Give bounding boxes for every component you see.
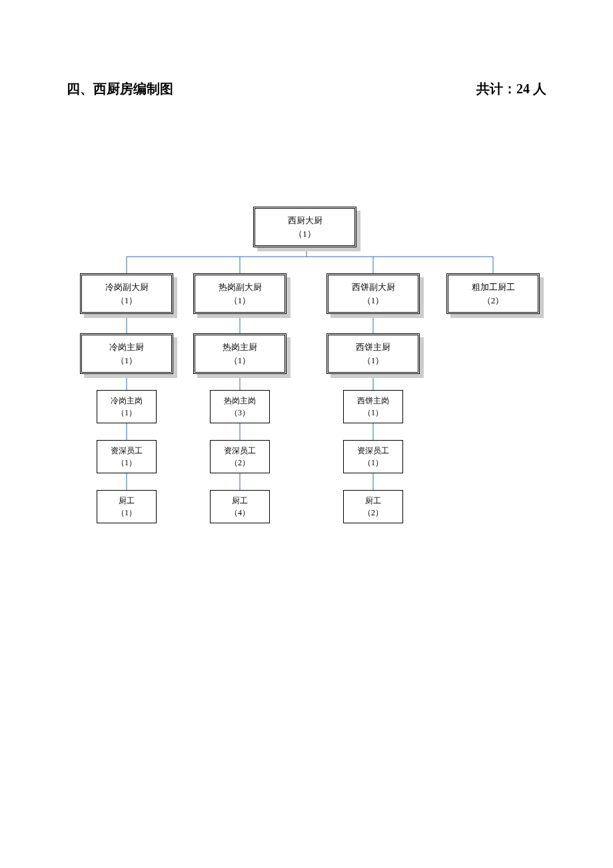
node-count: （1） xyxy=(198,354,282,367)
node-title: 冷岗副大厨 xyxy=(85,281,169,294)
node-count: （2） xyxy=(346,507,400,519)
node-title: 西饼主岗 xyxy=(346,395,400,407)
node-title: 西饼主厨 xyxy=(331,341,415,354)
page-title: 四、西厨房编制图 xyxy=(67,80,173,98)
node-deputy-1: 冷岗副大厨 （1） xyxy=(80,273,173,314)
node-cook-2: 厨工 （4） xyxy=(210,490,270,523)
node-count: （1） xyxy=(346,407,400,419)
node-head-2: 热岗主厨 （1） xyxy=(193,333,287,374)
node-cook-3: 厨工 （2） xyxy=(343,490,403,523)
page-total: 共计：24 人 xyxy=(476,80,546,98)
node-count: （1） xyxy=(100,407,153,419)
node-deputy-4: 粗加工厨工 （2） xyxy=(446,273,540,314)
node-count: （1） xyxy=(258,227,352,241)
node-title: 热岗主岗 xyxy=(213,395,267,407)
node-lead-3: 西饼主岗 （1） xyxy=(343,390,403,423)
node-root: 西厨大厨 （1） xyxy=(253,207,356,247)
node-title: 西厨大厨 xyxy=(258,214,352,227)
node-count: （2） xyxy=(451,294,535,307)
node-count: （2） xyxy=(213,457,267,469)
node-title: 厨工 xyxy=(213,495,267,507)
node-senior-2: 资深员工 （2） xyxy=(210,440,270,473)
node-count: （1） xyxy=(100,457,153,469)
node-cook-1: 厨工 （1） xyxy=(97,490,157,523)
node-title: 热岗主厨 xyxy=(198,341,282,354)
node-count: （1） xyxy=(331,294,415,307)
node-senior-1: 资深员工 （1） xyxy=(97,440,157,473)
node-head-1: 冷岗主厨 （1） xyxy=(80,333,173,374)
node-count: （1） xyxy=(346,457,400,469)
node-count: （1） xyxy=(198,294,282,307)
node-title: 粗加工厨工 xyxy=(451,281,535,294)
node-title: 冷岗主厨 xyxy=(85,341,169,354)
node-title: 西饼副大厨 xyxy=(331,281,415,294)
node-count: （3） xyxy=(213,407,267,419)
node-title: 厨工 xyxy=(100,495,153,507)
node-title: 资深员工 xyxy=(213,445,267,457)
page-header: 四、西厨房编制图 共计：24 人 xyxy=(67,80,546,98)
node-deputy-3: 西饼副大厨 （1） xyxy=(326,273,420,314)
node-lead-2: 热岗主岗 （3） xyxy=(210,390,270,423)
node-count: （1） xyxy=(85,354,169,367)
node-title: 资深员工 xyxy=(346,445,400,457)
node-head-3: 西饼主厨 （1） xyxy=(326,333,420,374)
node-title: 厨工 xyxy=(346,495,400,507)
node-title: 资深员工 xyxy=(100,445,153,457)
node-title: 热岗副大厨 xyxy=(198,281,282,294)
org-chart: 西厨大厨 （1） 冷岗副大厨 （1） 冷岗主厨 （1） 冷岗主岗 （1） 资深员… xyxy=(0,200,613,547)
node-count: （1） xyxy=(85,294,169,307)
node-count: （1） xyxy=(100,507,153,519)
node-deputy-2: 热岗副大厨 （1） xyxy=(193,273,287,314)
node-count: （4） xyxy=(213,507,267,519)
node-senior-3: 资深员工 （1） xyxy=(343,440,403,473)
node-count: （1） xyxy=(331,354,415,367)
node-title: 冷岗主岗 xyxy=(100,395,153,407)
node-lead-1: 冷岗主岗 （1） xyxy=(97,390,157,423)
